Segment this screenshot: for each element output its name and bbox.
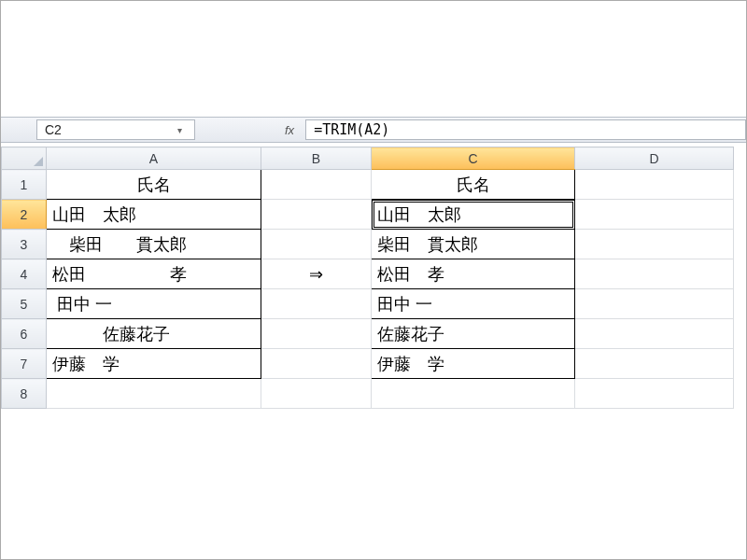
grid: A B C D 1 氏名 氏名 2 山田 太郎 山田 太郎 3 [1, 147, 734, 409]
cell-c4[interactable]: 松田 孝 [372, 259, 575, 289]
chevron-down-icon[interactable]: ▾ [172, 125, 187, 135]
formula-text: =TRIM(A2) [314, 121, 389, 138]
name-box-value: C2 [45, 122, 62, 137]
row-header-6[interactable]: 6 [2, 319, 47, 349]
cell-a3[interactable]: 柴田 貫太郎 [47, 230, 261, 259]
worksheet[interactable]: A B C D 1 氏名 氏名 2 山田 太郎 山田 太郎 3 [1, 147, 746, 559]
cell-d6[interactable] [575, 319, 734, 349]
app-frame: C2 ▾ fx =TRIM(A2) A B C D 1 氏名 氏名 [0, 0, 747, 560]
row-header-4[interactable]: 4 [2, 259, 47, 289]
cell-b3[interactable] [261, 230, 372, 259]
col-header-b[interactable]: B [261, 147, 372, 170]
cell-d4[interactable] [575, 259, 734, 289]
cell-c6[interactable]: 佐藤花子 [372, 319, 575, 349]
cell-d5[interactable] [575, 289, 734, 319]
cell-d1[interactable] [575, 170, 734, 200]
cell-c1[interactable]: 氏名 [372, 170, 575, 200]
cell-a5[interactable]: 田中 一 [47, 289, 261, 319]
cell-b4[interactable]: ⇒ [261, 259, 372, 289]
row-header-7[interactable]: 7 [2, 349, 47, 379]
cell-c5[interactable]: 田中 一 [372, 289, 575, 319]
col-header-c[interactable]: C [372, 147, 575, 170]
cell-d3[interactable] [575, 230, 734, 259]
row-header-8[interactable]: 8 [2, 379, 47, 409]
formula-input[interactable]: =TRIM(A2) [305, 119, 746, 140]
row-header-3[interactable]: 3 [2, 230, 47, 259]
row-header-2[interactable]: 2 [2, 200, 47, 230]
cell-c7[interactable]: 伊藤 学 [372, 349, 575, 379]
cell-b7[interactable] [261, 349, 372, 379]
cell-a7[interactable]: 伊藤 学 [47, 349, 261, 379]
formula-bar: C2 ▾ fx =TRIM(A2) [1, 117, 746, 143]
cell-a8[interactable] [47, 379, 261, 409]
cell-b8[interactable] [261, 379, 372, 409]
cell-d8[interactable] [575, 379, 734, 409]
cell-b2[interactable] [261, 200, 372, 230]
col-header-d[interactable]: D [575, 147, 734, 170]
fx-icon[interactable]: fx [279, 123, 300, 137]
cell-d2[interactable] [575, 200, 734, 230]
cell-a2[interactable]: 山田 太郎 [47, 200, 261, 230]
row-header-5[interactable]: 5 [2, 289, 47, 319]
cell-b1[interactable] [261, 170, 372, 200]
cell-d7[interactable] [575, 349, 734, 379]
name-box[interactable]: C2 ▾ [36, 119, 195, 140]
cell-c8[interactable] [372, 379, 575, 409]
cell-a1[interactable]: 氏名 [47, 170, 261, 200]
cell-c2[interactable]: 山田 太郎 [372, 200, 575, 230]
cell-a6[interactable]: 佐藤花子 [47, 319, 261, 349]
row-header-1[interactable]: 1 [2, 170, 47, 200]
select-all-corner[interactable] [2, 147, 47, 170]
cell-b5[interactable] [261, 289, 372, 319]
col-header-a[interactable]: A [47, 147, 261, 170]
cell-a4[interactable]: 松田 孝 [47, 259, 261, 289]
cell-c3[interactable]: 柴田 貫太郎 [372, 230, 575, 259]
cell-b6[interactable] [261, 319, 372, 349]
